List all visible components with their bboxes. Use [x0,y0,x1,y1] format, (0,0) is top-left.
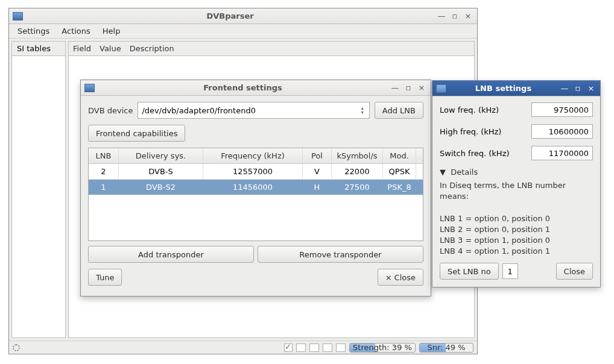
dvb-device-select[interactable]: /dev/dvb/adapter0/frontend0 ▴▾ [138,102,369,119]
cell-mod: QPSK [383,164,416,179]
details-line-3: LNB 3 = option 1, position 0 [440,235,593,246]
cell-ksym: 27500 [332,180,383,195]
status-box-3 [323,344,332,352]
status-box-1 [296,344,306,352]
spinner-arrows-icon: ▴▾ [358,104,367,117]
si-tables-tab[interactable]: SI tables [12,42,65,56]
col-ksymbol[interactable]: kSymbol/s [332,148,383,163]
app-icon [436,84,446,93]
main-titlebar: DVBparser — ▫ × [9,8,477,24]
details-line-1: LNB 1 = option 0, position 0 [440,213,593,224]
cell-pol: H [303,180,332,195]
close-button[interactable]: × [463,11,473,21]
cell-lnb: 1 [89,180,119,195]
app-icon [13,12,23,20]
app-icon [84,84,95,92]
lnb-settings-dialog: LNB settings — ▫ × Low freq. (kHz) High … [432,80,601,287]
details-expander[interactable]: ▼ Details [440,168,593,177]
dvb-device-label: DVB device [88,106,133,115]
minimize-button[interactable]: — [559,84,570,93]
snr-progress: Snr: 49 % [419,343,473,353]
tune-button[interactable]: Tune [88,269,122,286]
maximize-button[interactable]: ▫ [403,83,414,93]
minimize-button[interactable]: — [436,11,447,21]
low-freq-label: Low freq. (kHz) [440,105,499,115]
col-value: Value [95,42,125,55]
statusbar: Strength: 39 % Snr: 49 % [9,340,477,354]
frontend-capabilities-button[interactable]: Frontend capabilities [88,125,185,142]
details-line-4: LNB 4 = option 1, position 1 [440,246,593,257]
switch-freq-input[interactable] [531,146,593,160]
details-body: In Diseq terms, the LNB number means: LN… [440,180,593,257]
status-box-4 [336,344,346,352]
low-freq-input[interactable] [531,102,593,117]
close-button[interactable]: × [416,83,427,93]
details-line-2: LNB 2 = option 0, position 1 [440,224,593,235]
col-lnb[interactable]: LNB [89,148,119,163]
cell-lnb: 2 [89,164,119,179]
snr-label: Snr: 49 % [427,343,465,352]
frontend-close-label: Close [394,273,416,282]
col-field: Field [69,42,95,55]
col-description: Description [125,42,179,55]
lnb-titlebar: LNB settings — ▫ × [432,81,600,96]
table-row[interactable]: 1DVB-S211456000H27500PSK_8 [89,180,423,195]
cell-freq: 12557000 [203,164,303,179]
maximize-button[interactable]: ▫ [572,84,583,93]
details-label: Details [451,168,478,177]
col-frequency[interactable]: Frequency (kHz) [203,148,303,163]
high-freq-input[interactable] [531,124,593,139]
disclosure-triangle-icon: ▼ [440,168,446,177]
cell-mod: PSK_8 [383,180,416,195]
remove-transponder-button[interactable]: Remove transponder [258,246,423,263]
table-row[interactable]: 2DVB-S12557000V22000QPSK [89,164,423,180]
main-title: DVBparser [27,11,434,20]
frontend-settings-dialog: Frontend settings — ▫ × DVB device /dev/… [80,80,431,297]
si-tables-panel: SI tables [11,41,66,338]
lnb-close-button[interactable]: Close [556,263,593,280]
lnb-no-input[interactable] [502,263,518,279]
col-mod[interactable]: Mod. [383,148,416,163]
high-freq-label: High freq. (kHz) [440,127,501,136]
menubar: Settings Actions Help [9,24,477,39]
table-header: LNB Delivery sys. Frequency (kHz) Pol kS… [89,148,423,164]
frontend-close-button[interactable]: × Close [378,269,423,286]
switch-freq-label: Switch freq. (kHz) [440,149,510,158]
spinner-icon [13,344,20,351]
frontend-title: Frontend settings [98,83,387,92]
field-header: Field Value Description [69,42,474,56]
lock-indicator [284,344,293,352]
lnb-title: LNB settings [450,84,557,93]
menu-help[interactable]: Help [97,25,127,37]
frontend-titlebar: Frontend settings — ▫ × [81,80,431,96]
dvb-device-value: /dev/dvb/adapter0/frontend0 [142,106,256,115]
col-delivery[interactable]: Delivery sys. [119,148,203,163]
details-intro: In Diseq terms, the LNB number means: [440,180,593,202]
cell-delivery: DVB-S [119,164,203,179]
strength-label: Strength: 39 % [353,343,412,352]
close-x-icon: × [385,273,392,282]
menu-settings[interactable]: Settings [11,25,55,37]
add-transponder-button[interactable]: Add transponder [88,246,254,263]
col-pol[interactable]: Pol [303,148,332,163]
cell-ksym: 22000 [332,164,383,179]
menu-actions[interactable]: Actions [55,25,97,37]
add-lnb-button[interactable]: Add LNB [375,102,423,119]
minimize-button[interactable]: — [390,83,400,93]
cell-freq: 11456000 [203,180,303,195]
close-button[interactable]: × [586,84,597,93]
transponder-table: LNB Delivery sys. Frequency (kHz) Pol kS… [88,148,423,241]
cell-pol: V [303,164,332,179]
strength-progress: Strength: 39 % [349,343,416,353]
cell-delivery: DVB-S2 [119,180,203,195]
status-box-2 [309,344,319,352]
set-lnb-no-button[interactable]: Set LNB no [440,263,499,280]
maximize-button[interactable]: ▫ [449,11,460,21]
